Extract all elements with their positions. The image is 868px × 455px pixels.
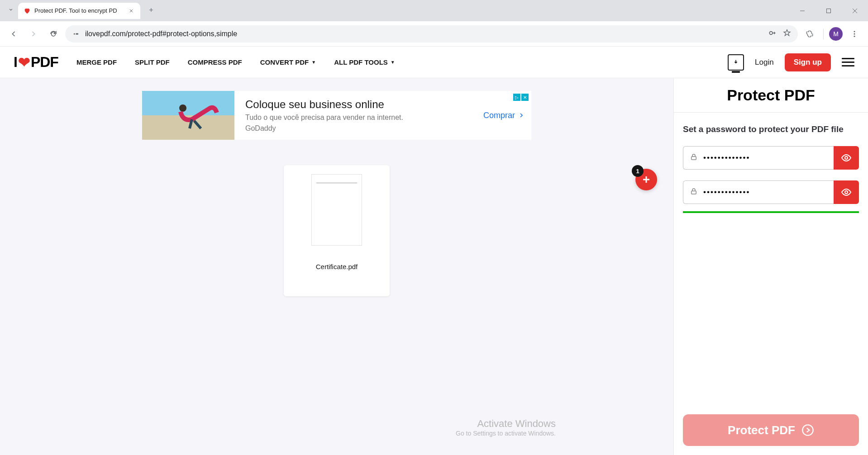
window-minimize-button[interactable] (789, 0, 816, 21)
svg-point-6 (854, 35, 855, 37)
site-header: I ❤ PDF MERGE PDF SPLIT PDF COMPRESS PDF… (0, 47, 868, 78)
nav-alltools-label: ALL PDF TOOLS (334, 58, 388, 66)
svg-point-12 (802, 425, 813, 435)
file-name: Certificate.pdf (316, 263, 358, 270)
svg-rect-2 (76, 33, 78, 34)
svg-rect-8 (692, 156, 696, 160)
address-bar[interactable]: ilovepdf.com/protect-pdf#protect-options… (65, 25, 798, 43)
tab-favicon-icon (24, 7, 31, 14)
svg-point-1 (74, 33, 75, 34)
heart-icon: ❤ (18, 54, 30, 71)
toggle-password-visibility[interactable] (834, 146, 859, 170)
new-tab-button[interactable] (144, 3, 158, 17)
svg-rect-10 (692, 191, 696, 194)
logo-pdf: PDF (31, 54, 58, 71)
password-input[interactable] (703, 153, 827, 162)
svg-point-3 (769, 31, 773, 34)
chevron-down-icon: ▼ (311, 60, 316, 65)
svg-point-4 (854, 31, 855, 32)
reload-button[interactable] (45, 26, 62, 42)
browser-toolbar: ilovepdf.com/protect-pdf#protect-options… (0, 21, 868, 47)
extensions-button[interactable] (801, 26, 818, 42)
forward-button[interactable] (25, 26, 42, 42)
main-nav: MERGE PDF SPLIT PDF COMPRESS PDF CONVERT… (76, 58, 395, 66)
ad-cta-label: Comprar (483, 111, 515, 120)
panel-title: Protect PDF (674, 78, 868, 113)
svg-point-7 (179, 104, 186, 112)
password-field-wrap (683, 146, 859, 170)
site-info-icon[interactable] (72, 29, 81, 38)
ad-brand: GoDaddy (245, 124, 466, 133)
nav-merge[interactable]: MERGE PDF (76, 58, 117, 66)
protect-button-label: Protect PDF (728, 423, 795, 437)
svg-point-9 (845, 156, 848, 159)
password-strength-bar (683, 211, 859, 213)
lock-icon (690, 187, 698, 197)
svg-rect-0 (827, 9, 831, 13)
chevron-down-icon: ▼ (391, 60, 395, 65)
url-text: ilovepdf.com/protect-pdf#protect-options… (85, 30, 763, 38)
svg-point-11 (845, 191, 848, 194)
bookmark-star-icon[interactable] (782, 28, 792, 39)
nav-convert-label: CONVERT PDF (260, 58, 309, 66)
ad-close-icon[interactable]: ✕ (521, 94, 529, 101)
ad-image (142, 91, 234, 140)
password-key-icon[interactable] (768, 28, 777, 39)
tab-search-dropdown[interactable] (4, 2, 18, 17)
desktop-app-button[interactable] (728, 54, 744, 71)
file-count-badge: 1 (632, 165, 644, 177)
lock-icon (690, 153, 698, 163)
file-card[interactable]: Certificate.pdf (284, 165, 390, 296)
toolbar-divider (823, 28, 824, 39)
logo[interactable]: I ❤ PDF (14, 54, 58, 71)
windows-watermark: Activate Windows Go to Settings to activ… (456, 418, 556, 437)
profile-avatar[interactable]: M (829, 27, 843, 41)
signup-button[interactable]: Sign up (785, 53, 831, 71)
hamburger-menu[interactable] (842, 56, 854, 69)
nav-split[interactable]: SPLIT PDF (135, 58, 170, 66)
window-close-button[interactable] (842, 0, 868, 21)
ad-banner[interactable]: Coloque seu business online Tudo o que v… (142, 91, 531, 140)
confirm-password-input[interactable] (703, 188, 827, 197)
tab-title: Protect PDF. Tool to encrypt PD (34, 7, 124, 14)
panel-instruction: Set a password to protect your PDF file (683, 124, 859, 134)
adchoices-icon[interactable]: ▷ (513, 94, 520, 101)
window-maximize-button[interactable] (816, 0, 842, 21)
main-content: Coloque seu business online Tudo o que v… (0, 78, 868, 455)
file-preview (311, 174, 362, 246)
logo-i: I (14, 54, 17, 71)
back-button[interactable] (5, 26, 22, 42)
login-link[interactable]: Login (755, 58, 774, 67)
add-file-button[interactable]: 1 (635, 169, 657, 190)
workspace: Coloque seu business online Tudo o que v… (0, 78, 673, 455)
tab-close-icon[interactable] (128, 7, 135, 14)
browser-tab-strip: Protect PDF. Tool to encrypt PD (0, 0, 868, 21)
ad-subtitle: Tudo o que você precisa para vender na i… (245, 114, 466, 122)
ad-headline: Coloque seu business online (245, 98, 466, 111)
nav-convert[interactable]: CONVERT PDF ▼ (260, 58, 316, 66)
browser-tab[interactable]: Protect PDF. Tool to encrypt PD (18, 3, 140, 19)
ad-text: Coloque seu business online Tudo o que v… (234, 91, 477, 140)
watermark-title: Activate Windows (456, 418, 556, 430)
protect-pdf-button[interactable]: Protect PDF (683, 414, 859, 446)
toggle-confirm-visibility[interactable] (834, 180, 859, 204)
watermark-sub: Go to Settings to activate Windows. (456, 430, 556, 437)
options-panel: Protect PDF Set a password to protect yo… (673, 78, 868, 455)
confirm-password-field-wrap (683, 180, 859, 204)
chrome-menu-button[interactable] (846, 26, 863, 42)
svg-point-5 (854, 33, 855, 34)
nav-compress[interactable]: COMPRESS PDF (188, 58, 242, 66)
nav-alltools[interactable]: ALL PDF TOOLS ▼ (334, 58, 395, 66)
